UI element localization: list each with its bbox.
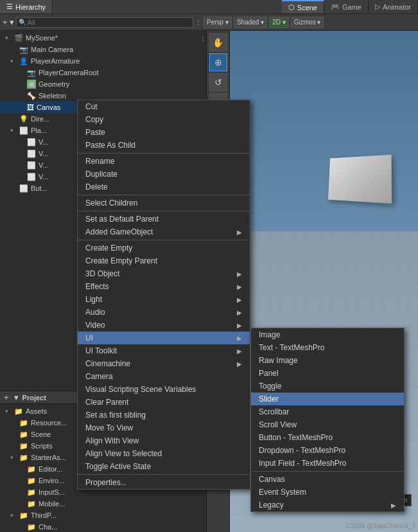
- ctx-move-to-view[interactable]: Move To View: [78, 421, 250, 434]
- scene-toolbar: + ▾ 🔍 ⋮ Persp ▾ Shaded ▾ 2D ▾ Gizmos ▾: [0, 14, 418, 31]
- obj-icon: ⬜: [19, 184, 28, 193]
- move-tool-button[interactable]: ⊕: [209, 53, 227, 71]
- tab-hierarchy[interactable]: ☰ Hierarchy: [0, 0, 53, 13]
- sub-toggle[interactable]: Toggle: [251, 380, 404, 393]
- sub-inputfield-textmeshpro[interactable]: Input Field - TextMeshPro: [251, 457, 404, 470]
- tree-label: MyScene*: [26, 34, 58, 42]
- camera-icon: 📷: [27, 69, 36, 77]
- camera-icon: 📷: [19, 46, 28, 54]
- ctx-toggle-active[interactable]: Toggle Active State: [78, 460, 250, 473]
- tree-item-playercameraroot[interactable]: 📷 PlayerCameraRoot: [0, 67, 206, 78]
- tree-label: Main Camera: [31, 46, 73, 53]
- ctx-light[interactable]: Light▶: [78, 293, 250, 306]
- ctx-create-empty-parent[interactable]: Create Empty Parent: [78, 254, 250, 267]
- arrow-icon: ▾: [5, 35, 13, 41]
- ctx-divider-1: [78, 153, 250, 154]
- ctx-align-with-view[interactable]: Align With View: [78, 434, 250, 447]
- tree-label: V...: [39, 138, 49, 146]
- tree-item-mobile[interactable]: 📁 Mobile...: [0, 498, 206, 510]
- ctx-visual-scripting[interactable]: Visual Scripting Scene Variables: [78, 383, 250, 396]
- game-icon: 🎮: [331, 3, 340, 11]
- obj-icon: ⬜: [27, 138, 36, 146]
- tree-item-thirdp[interactable]: ▾ 📁 ThirdP...: [0, 510, 206, 521]
- skeleton-icon: 🦴: [27, 92, 36, 100]
- sub-text-textmeshpro[interactable]: Text - TextMeshPro: [251, 341, 404, 354]
- sub-raw-image[interactable]: Raw Image: [251, 354, 404, 367]
- ctx-cut[interactable]: Cut: [78, 100, 250, 113]
- add-button[interactable]: +: [3, 17, 8, 27]
- ctx-ui-toolkit[interactable]: UI Toolkit▶: [78, 344, 250, 357]
- scene-persp-button[interactable]: Persp ▾: [204, 17, 232, 28]
- ctx-divider-5: [78, 474, 250, 475]
- hierarchy-tab-icon: ☰: [6, 3, 13, 11]
- ctx-divider-3: [78, 211, 250, 211]
- scene-shaded-button[interactable]: Shaded ▾: [234, 17, 267, 28]
- ctx-set-default-parent[interactable]: Set as Default Parent: [78, 213, 250, 226]
- ctx-added-gameobject[interactable]: Added GameObject▶: [78, 226, 250, 238]
- ctx-camera[interactable]: Camera: [78, 370, 250, 383]
- tree-label: PlayerArmature: [31, 57, 80, 65]
- hierarchy-options-button[interactable]: ⋮: [195, 19, 202, 26]
- scene-gizmos-button[interactable]: Gizmos ▾: [291, 17, 324, 28]
- ctx-ui[interactable]: UI▶: [78, 332, 250, 344]
- arrow-icon: ▾: [10, 127, 18, 134]
- ctx-cinemachine[interactable]: Cinemachine▶: [78, 357, 250, 370]
- add-project-button[interactable]: +: [4, 393, 9, 402]
- options-icon[interactable]: ⋮: [200, 35, 206, 42]
- tree-item-myscene[interactable]: ▾ 🎬 MyScene* ⋮: [0, 32, 206, 44]
- sub-scrollbar[interactable]: Scrollbar: [251, 405, 404, 418]
- ctx-properties[interactable]: Properties...: [78, 476, 250, 489]
- ctx-set-first-sibling[interactable]: Set as first sibling: [78, 409, 250, 421]
- sub-button-textmeshpro[interactable]: Button - TextMeshPro: [251, 431, 404, 444]
- sub-legacy[interactable]: Legacy ▶: [251, 499, 404, 511]
- ctx-align-view-to-selected[interactable]: Align View to Selected: [78, 447, 250, 460]
- scene-icon: ⬡: [288, 3, 295, 12]
- ctx-paste-as-child[interactable]: Paste As Child: [78, 139, 250, 152]
- tab-scene[interactable]: ⬡ Scene: [282, 0, 324, 13]
- tree-item-playerarmature[interactable]: ▾ 👤 PlayerArmature: [0, 55, 206, 67]
- ctx-clear-parent[interactable]: Clear Parent: [78, 396, 250, 409]
- context-menu: Cut Copy Paste Paste As Child Rename Dup…: [77, 100, 250, 490]
- tree-item-cha[interactable]: 📁 Cha...: [0, 521, 206, 532]
- tree-label: Geometry: [39, 80, 69, 88]
- sky-background: [230, 31, 418, 256]
- mesh-icon: ▦: [27, 80, 36, 89]
- tree-item-geometry[interactable]: ▦ Geometry: [0, 78, 206, 90]
- ctx-divider-4: [78, 240, 250, 240]
- obj-icon: ⬜: [19, 127, 28, 135]
- ctx-copy[interactable]: Copy: [78, 113, 250, 126]
- ctx-effects[interactable]: Effects▶: [78, 280, 250, 293]
- tab-game[interactable]: 🎮 Game: [324, 0, 369, 13]
- sub-dropdown-textmeshpro[interactable]: Dropdown - TextMeshPro: [251, 444, 404, 457]
- sub-panel[interactable]: Panel: [251, 367, 404, 380]
- ctx-video[interactable]: Video▶: [78, 319, 250, 332]
- sub-event-system[interactable]: Event System: [251, 486, 404, 499]
- canvas-icon: 🖼: [27, 103, 34, 111]
- scene-render-button[interactable]: 2D ▾: [269, 17, 289, 28]
- expand-project-button[interactable]: ▾: [14, 393, 19, 402]
- submenu-divider: [251, 471, 404, 472]
- ctx-3d-object[interactable]: 3D Object▶: [78, 267, 250, 280]
- tab-animator[interactable]: ▷ Animator: [369, 0, 418, 13]
- top-tab-bar: ☰ Hierarchy ⬡ Scene 🎮 Game ▷ Animator: [0, 0, 418, 14]
- sub-slider[interactable]: Slider: [251, 393, 404, 405]
- sub-scroll-view[interactable]: Scroll View: [251, 418, 404, 431]
- ctx-create-empty[interactable]: Create Empty: [78, 242, 250, 254]
- ui-submenu: Image Text - TextMeshPro Raw Image Panel…: [250, 328, 405, 512]
- ctx-paste[interactable]: Paste: [78, 126, 250, 139]
- ctx-rename[interactable]: Rename: [78, 155, 250, 168]
- hierarchy-search-input[interactable]: [28, 19, 191, 26]
- ctx-select-children[interactable]: Select Children: [78, 197, 250, 209]
- tree-item-maincamera[interactable]: 📷 Main Camera: [0, 44, 206, 55]
- sub-canvas[interactable]: Canvas: [251, 473, 404, 486]
- ctx-delete[interactable]: Delete: [78, 181, 250, 193]
- tree-label: Skeleton: [39, 92, 66, 100]
- hand-tool-button[interactable]: ✋: [209, 33, 227, 51]
- expand-all-button[interactable]: ▾: [10, 17, 14, 27]
- sub-image[interactable]: Image: [251, 328, 404, 341]
- tree-label: V...: [39, 161, 49, 169]
- ctx-audio[interactable]: Audio▶: [78, 306, 250, 319]
- ctx-divider-2: [78, 195, 250, 195]
- rotate-tool-button[interactable]: ↺: [209, 73, 227, 91]
- ctx-duplicate[interactable]: Duplicate: [78, 168, 250, 181]
